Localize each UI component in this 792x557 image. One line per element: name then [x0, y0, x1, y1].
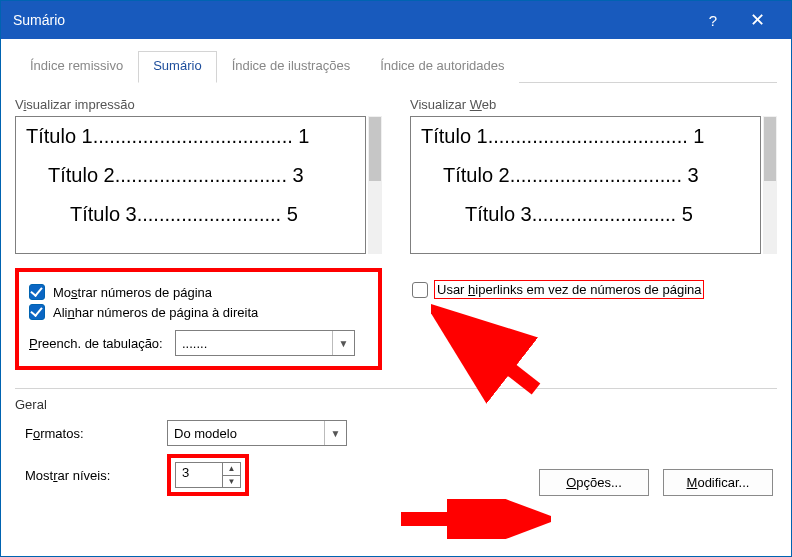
bottom-buttons: Opções... Modificar...	[539, 469, 773, 496]
dialog-title: Sumário	[13, 12, 691, 28]
spinner-up-button[interactable]: ▲	[223, 463, 240, 476]
chevron-down-icon: ▼	[332, 331, 354, 355]
spinner-down-button[interactable]: ▼	[223, 476, 240, 488]
left-column: Visualizar impressão Título 1...........…	[15, 97, 382, 370]
show-levels-label: Mostrar níveis:	[25, 468, 155, 483]
tab-leader-combo[interactable]: ....... ▼	[175, 330, 355, 356]
annotation-levels-box: 3 ▲ ▼	[167, 454, 249, 496]
divider	[15, 388, 777, 389]
web-preview-row-2: Título 2............................... …	[443, 164, 750, 187]
close-button[interactable]: ✕	[735, 1, 779, 39]
use-hyperlinks-checkbox[interactable]	[412, 282, 428, 298]
preview-row-1: Título 1................................…	[26, 125, 355, 148]
show-page-numbers-checkbox[interactable]	[29, 284, 45, 300]
web-preview-row-1: Título 1................................…	[421, 125, 750, 148]
modify-button[interactable]: Modificar...	[663, 469, 773, 496]
annotation-hyperlinks-box: Usar hiperlinks em vez de números de pág…	[434, 280, 704, 299]
scrollbar-thumb[interactable]	[369, 117, 381, 181]
tabstrip: Índice remissivo Sumário Índice de ilust…	[15, 51, 777, 83]
options-button[interactable]: Opções...	[539, 469, 649, 496]
show-levels-value[interactable]: 3	[176, 463, 222, 487]
titlebar: Sumário ? ✕	[1, 1, 791, 39]
formats-combo[interactable]: Do modelo ▼	[167, 420, 347, 446]
formats-label: Formatos:	[25, 426, 155, 441]
chevron-down-icon: ▼	[324, 421, 346, 445]
right-align-page-numbers-checkbox[interactable]	[29, 304, 45, 320]
tab-authorities-index[interactable]: Índice de autoridades	[365, 51, 519, 83]
print-preview: Título 1................................…	[15, 116, 366, 254]
help-button[interactable]: ?	[691, 1, 735, 39]
show-page-numbers-label: Mostrar números de página	[53, 285, 212, 300]
formats-value: Do modelo	[174, 426, 237, 441]
web-preview-scrollbar[interactable]	[763, 116, 777, 254]
right-column: Visualizar Web Título 1.................…	[410, 97, 777, 370]
preview-row-3: Título 3.......................... 5	[70, 203, 355, 226]
toc-dialog: Sumário ? ✕ Índice remissivo Sumário Índ…	[0, 0, 792, 557]
print-preview-scrollbar[interactable]	[368, 116, 382, 254]
tab-illustrations-index[interactable]: Índice de ilustrações	[217, 51, 366, 83]
use-hyperlinks-label: Usar hiperlinks em vez de números de pág…	[437, 282, 701, 297]
general-group-label: Geral	[15, 397, 777, 412]
preview-row-2: Título 2............................... …	[48, 164, 355, 187]
web-preview-row-3: Título 3.......................... 5	[465, 203, 750, 226]
web-preview: Título 1................................…	[410, 116, 761, 254]
tab-summary[interactable]: Sumário	[138, 51, 216, 83]
tab-index-remissive[interactable]: Índice remissivo	[15, 51, 138, 83]
right-align-page-numbers-label: Alinhar números de página à direita	[53, 305, 258, 320]
tab-summary-label: Sumário	[153, 58, 201, 73]
tab-leader-label: Preench. de tabulação:	[29, 336, 167, 351]
tab-leader-value: .......	[182, 336, 207, 351]
web-preview-label: Visualizar Web	[410, 97, 777, 112]
print-preview-label: Visualizar impressão	[15, 97, 382, 112]
show-levels-spinner[interactable]: 3 ▲ ▼	[175, 462, 241, 488]
annotation-left-box: Mostrar números de página Alinhar número…	[15, 268, 382, 370]
annotation-arrow-2	[391, 499, 551, 539]
scrollbar-thumb[interactable]	[764, 117, 776, 181]
